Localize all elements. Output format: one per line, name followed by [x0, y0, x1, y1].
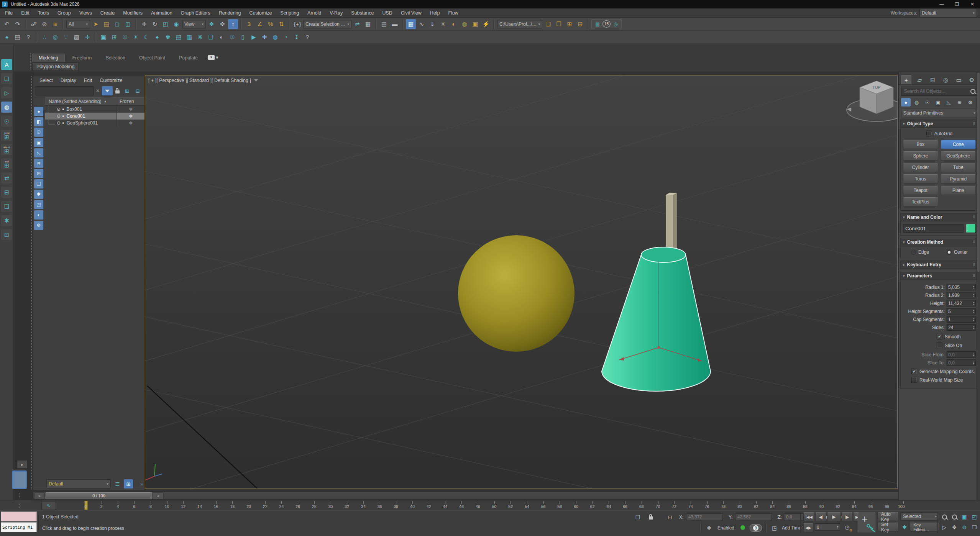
key-filters-button[interactable]: Key Filters... [910, 523, 939, 531]
menu-scripting[interactable]: Scripting [276, 8, 303, 18]
pages-stack-button[interactable]: ❏ [206, 32, 216, 42]
param-field-radius-1[interactable]: 5,035▴▾ [947, 284, 976, 290]
scene-object-row[interactable]: ⊙●Cone001✻ [45, 113, 144, 120]
hierarchy-view-button[interactable]: ⊞ [124, 479, 133, 488]
selection-lock-toggle[interactable] [648, 514, 654, 521]
autobackup-clock-button[interactable]: ◷ [612, 20, 619, 28]
menu-modifiers[interactable]: Modifiers [119, 8, 147, 18]
menu-rendering[interactable]: Rendering [215, 8, 245, 18]
category-cameras[interactable]: ▣ [933, 98, 943, 107]
dope-sheet-button[interactable]: ⇓ [427, 19, 437, 29]
rollout-grip-icon[interactable]: ⠿ [973, 122, 976, 126]
workspaces-dropdown[interactable]: Default ▾ [919, 9, 977, 17]
cone-button[interactable]: Cone [941, 140, 976, 149]
category-space-warps[interactable]: ≋ [955, 98, 964, 107]
visibility-eye-icon[interactable]: ⊙ [57, 107, 61, 112]
collapse-all-button[interactable]: ⊟ [133, 86, 142, 95]
scrollbar-thumb[interactable] [977, 73, 980, 272]
active-layer-dropdown[interactable]: Default ▾ [46, 479, 111, 488]
add-camera-button[interactable]: ⊞ [109, 32, 119, 42]
menu-animation[interactable]: Animation [147, 8, 177, 18]
target-tool-button[interactable]: ◎ [50, 32, 60, 42]
torus-button[interactable]: Torus [903, 174, 938, 184]
percent-snap-toggle[interactable]: % [266, 19, 276, 29]
explorer-menu-customize[interactable]: Customize [96, 78, 126, 83]
creation-method-edge[interactable]: Edge [911, 249, 929, 255]
redo-button[interactable]: ↷ [13, 19, 23, 29]
display-materials-toggle[interactable]: ◐ [34, 210, 43, 220]
vray-interactive-render-button[interactable]: ◍ [1, 102, 12, 113]
command-tab-utilities[interactable]: ⚙ [967, 75, 977, 84]
display-plugins-toggle[interactable]: ⚙ [34, 221, 43, 230]
autobackup-interval-badge[interactable]: 15 [602, 20, 611, 28]
undo-button[interactable]: ↶ [2, 19, 12, 29]
creature-object-button[interactable]: ✾ [163, 32, 173, 42]
explorer-column-header[interactable]: Name (Sorted Ascending) ▲ Frozen [45, 97, 144, 106]
param-spinner[interactable]: ▴▾ [973, 310, 974, 313]
minimize-button[interactable]: — [934, 0, 949, 8]
display-geometry-toggle[interactable]: ● [34, 107, 43, 116]
previous-key-button[interactable]: ◀| [816, 512, 826, 521]
lister-button[interactable]: ▤ [174, 32, 184, 42]
param-spinner[interactable]: ▴▾ [973, 318, 974, 321]
small-transform-button[interactable]: ✛ [82, 32, 92, 42]
x-coordinate-field[interactable]: 43,372 [686, 513, 723, 520]
ribbon-tab-modeling[interactable]: Modeling [32, 54, 65, 62]
next-key-button[interactable]: |▶ [842, 512, 852, 521]
maxscript-mini-listener-pink[interactable] [1, 511, 37, 521]
ribbon-tab-object-paint[interactable]: Object Paint [133, 54, 171, 62]
time-configuration-button[interactable]: ◷⚙ [842, 523, 852, 532]
forest-objects-button[interactable]: ♠ [2, 32, 12, 42]
param-field-slice-to[interactable]: 0,0▴▾ [947, 359, 976, 366]
rendered-frame-window-button[interactable]: ▣ [470, 19, 480, 29]
ribbon-grip[interactable] [30, 53, 31, 70]
plugin-help-2-button[interactable]: ? [302, 32, 312, 42]
rollout-grip-icon[interactable]: ⠿ [973, 263, 976, 267]
keyboard-entry-rollout-header[interactable]: ▸ Keyboard Entry ⠿ [901, 261, 978, 269]
object-name[interactable]: GeoSphere001 [67, 120, 98, 126]
auto-key-button[interactable]: Auto Key [878, 512, 898, 521]
vray-render-elements-button[interactable]: ❏ [1, 201, 12, 212]
plugin-document-button[interactable]: ▤ [13, 32, 23, 42]
set-keys-button[interactable]: + [858, 512, 875, 533]
keyboard-shortcut-override-toggle[interactable]: ↑ [228, 19, 238, 29]
menu-flow[interactable]: Flow [444, 8, 462, 18]
spinner-snap-toggle[interactable]: ⇅ [276, 19, 286, 29]
vray-converter-button[interactable]: ⇄ [1, 172, 12, 184]
time-slider-knob[interactable]: 0 / 100 [46, 492, 152, 499]
explorer-menu-edit[interactable]: Edit [80, 78, 96, 83]
cone001-object[interactable] [602, 247, 711, 391]
absolute-offset-mode-toggle[interactable]: ⊡ [665, 513, 675, 522]
frozen-column-header[interactable]: Frozen [117, 97, 144, 105]
bulb-light-button[interactable]: ☉ [227, 32, 237, 42]
param-field-slice-from[interactable]: 0,0▴▾ [947, 351, 976, 358]
command-tab-hierarchy[interactable]: ⊟ [928, 75, 937, 84]
select-and-link-button[interactable]: ☍ [29, 19, 39, 29]
name-and-color-rollout-header[interactable]: ▾ Name and Color ⠿ [901, 213, 978, 221]
new-project-folder-button[interactable]: ❐ [554, 19, 564, 29]
import-scene-button[interactable]: ↧ [292, 32, 302, 42]
time-slider[interactable]: < 0 / 100 > [33, 492, 899, 499]
key-filter-icon[interactable]: ✱ [900, 523, 909, 532]
param-field-height-segments[interactable]: 5▴▾ [947, 308, 976, 315]
palette-button[interactable]: ◐ [217, 32, 227, 42]
pyramid-button[interactable]: Pyramid [941, 174, 976, 184]
frozen-cell[interactable]: ✻ [117, 120, 144, 126]
selection-filter-dropdown[interactable]: All▾ [66, 20, 90, 28]
mute-badge[interactable]: 0 [750, 524, 762, 532]
menu-civil-view[interactable]: Civil View [397, 8, 426, 18]
selected-set-dropdown[interactable]: Selected ▾ [901, 512, 939, 521]
teapot-render-button[interactable]: ◍ [270, 32, 280, 42]
zoom-all-button[interactable] [950, 512, 959, 521]
ribbon-panel-polygon-modeling[interactable]: Polygon Modeling [32, 62, 79, 71]
sphere-button[interactable]: Sphere [903, 151, 938, 161]
shield-icon[interactable]: ❖ [704, 523, 714, 533]
checkbox-smooth[interactable]: ✔ [937, 334, 942, 339]
rollout-grip-icon[interactable]: ⠿ [973, 240, 976, 244]
category-geometry[interactable]: ● [901, 98, 911, 107]
vray-volume-grid-button[interactable]: vol⊞ [1, 158, 12, 169]
light-create-button[interactable]: ☉ [120, 32, 130, 42]
param-field-cap-segments[interactable]: 1▴▾ [947, 316, 976, 323]
zoom-extents-selected-button[interactable]: ▣ [960, 512, 969, 521]
menu-graph-editors[interactable]: Graph Editors [177, 8, 215, 18]
